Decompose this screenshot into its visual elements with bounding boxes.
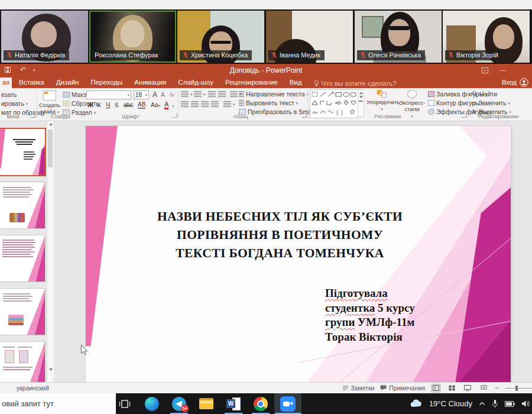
shapes-more-icon[interactable]: [359, 101, 363, 102]
character-spacing-label: АВ: [138, 101, 145, 108]
participant-tile[interactable]: Іванна Медик: [266, 11, 353, 63]
zoom-slider[interactable]: [505, 388, 532, 389]
subtitle-word: студентка: [325, 302, 375, 314]
clipboard-dialog-launcher[interactable]: [31, 113, 35, 118]
participant-tile[interactable]: Вікторія Зорій: [443, 11, 530, 63]
underline-button[interactable]: Ч: [106, 101, 110, 108]
font-dialog-launcher[interactable]: [173, 113, 177, 118]
grow-font-button[interactable]: А: [153, 90, 157, 99]
zoom-slider-handle[interactable]: [515, 386, 518, 391]
font-size-combo[interactable]: 18▾: [134, 90, 149, 99]
tab-review[interactable]: Рецензирование: [219, 77, 284, 88]
tray-speaker-icon[interactable]: [521, 400, 530, 407]
reset-button[interactable]: Сбросить: [63, 100, 99, 107]
thumbnail-scrollbar[interactable]: [47, 121, 54, 382]
telegram-app-button[interactable]: 54: [166, 393, 193, 414]
slide-thumbnail-5[interactable]: [0, 342, 45, 388]
comments-toggle[interactable]: Примечания: [380, 384, 425, 392]
tab-transitions[interactable]: Переходы: [85, 77, 128, 88]
italic-button[interactable]: К: [97, 101, 101, 108]
ribbon-display-options-icon[interactable]: [482, 67, 488, 75]
justify-button[interactable]: [211, 101, 219, 107]
slide-thumbnail-2[interactable]: [0, 182, 45, 228]
replace-button[interactable]: ⇄ Заменить▾: [472, 99, 510, 106]
task-view-button[interactable]: [111, 393, 138, 414]
increase-indent-button[interactable]: [218, 91, 226, 97]
change-case-button[interactable]: Аа▾: [151, 101, 160, 108]
participant-name-badge: Олеся Рачківська: [357, 50, 425, 60]
chrome-app-button[interactable]: [247, 393, 274, 414]
decrease-indent-button[interactable]: [208, 91, 216, 97]
tab-view[interactable]: Вид: [284, 77, 308, 88]
drawing-dialog-launcher[interactable]: [462, 113, 466, 118]
weather-cloud-icon[interactable]: [410, 399, 423, 408]
taskbar-search-box[interactable]: овий запит тут: [0, 393, 116, 414]
language-indicator[interactable]: украинский: [17, 384, 49, 392]
reading-view-button[interactable]: [463, 384, 473, 393]
zoom-app-button[interactable]: [274, 393, 301, 414]
tray-mic-icon[interactable]: [492, 399, 498, 408]
tab-animations[interactable]: Анимация: [128, 77, 172, 88]
slide-title[interactable]: НАЗВИ НЕБЕСНИХ ТІЛ ЯК СУБ’ЄКТИ ПОРІВНЯНН…: [103, 208, 456, 263]
shapes-scroll-up-icon[interactable]: [359, 92, 363, 94]
strikethrough-button[interactable]: abc: [124, 102, 133, 108]
file-explorer-button[interactable]: [193, 393, 220, 414]
thumbnail-scroll-down[interactable]: [47, 367, 54, 374]
slide-thumbnail-3[interactable]: [0, 235, 45, 282]
decrease-indent-icon: [208, 91, 216, 97]
character-spacing-button[interactable]: АВ: [138, 101, 145, 109]
participant-tile[interactable]: Олеся Рачківська: [355, 11, 442, 63]
participant-name-badge: Вікторія Зорій: [445, 50, 502, 60]
normal-view-button[interactable]: [431, 384, 441, 393]
slide-thumbnail-4[interactable]: [0, 289, 45, 335]
tray-battery-icon[interactable]: [505, 401, 515, 407]
font-color-dropdown[interactable]: ▾: [172, 104, 174, 108]
bullets-button[interactable]: ▾: [181, 91, 193, 97]
telegram-icon: 54: [172, 397, 186, 411]
tab-home[interactable]: ая: [0, 77, 12, 88]
weather-text[interactable]: 19°C Cloudy: [429, 399, 472, 408]
cut-button[interactable]: езать: [1, 91, 17, 98]
align-left-button[interactable]: [181, 101, 189, 107]
word-icon: W: [226, 397, 241, 410]
shapes-gallery-scrollbar[interactable]: [358, 89, 364, 117]
tab-design[interactable]: Дизайн: [50, 77, 85, 88]
tellme-box[interactable]: Что вы хотите сделать?: [308, 77, 403, 88]
slide-canvas[interactable]: НАЗВИ НЕБЕСНИХ ТІЛ ЯК СУБ’ЄКТИ ПОРІВНЯНН…: [86, 126, 511, 382]
sign-in-link[interactable]: Вход: [502, 79, 517, 86]
align-center-button[interactable]: [191, 101, 199, 107]
word-app-button[interactable]: W: [220, 393, 247, 414]
font-name-combo[interactable]: ▾: [86, 90, 131, 99]
zoom-out-button[interactable]: −: [495, 384, 499, 392]
slide-sorter-view-button[interactable]: [447, 384, 457, 393]
slideshow-view-button[interactable]: [479, 384, 489, 393]
text-direction-button[interactable]: Направление текста▾: [239, 90, 309, 98]
tab-slideshow[interactable]: Слайд-шоу: [172, 77, 219, 88]
bold-button[interactable]: Ж: [87, 101, 93, 108]
find-button[interactable]: Найти: [472, 90, 497, 98]
notes-toggle[interactable]: Заметки: [343, 384, 374, 392]
tab-insert[interactable]: Вставка: [13, 77, 50, 88]
copy-button[interactable]: ировать▾: [1, 100, 28, 107]
shapes-scroll-down-icon[interactable]: [359, 96, 363, 98]
participant-tile[interactable]: Христина Коцюбка: [177, 11, 264, 63]
align-right-button[interactable]: [201, 101, 209, 107]
paragraph-dialog-launcher[interactable]: [302, 113, 307, 118]
arrange-button[interactable]: Упорядочить▾: [366, 90, 397, 112]
numbering-button[interactable]: ▾: [194, 91, 206, 97]
participant-tile[interactable]: Наталія Федірків: [1, 11, 88, 63]
edge-app-button[interactable]: [138, 393, 166, 414]
clear-formatting-button[interactable]: A: [169, 91, 176, 99]
font-color-button[interactable]: А: [164, 101, 168, 109]
new-slide-button[interactable]: Создать слайд ▾: [38, 90, 61, 115]
text-shadow-button[interactable]: S: [115, 101, 118, 108]
participant-tile[interactable]: Роксолана Стефурак: [89, 11, 176, 63]
tray-chevron-icon[interactable]: [479, 402, 485, 406]
columns-button[interactable]: ▾: [223, 101, 235, 107]
thumbnail-scroll-handle[interactable]: [48, 130, 53, 167]
shrink-font-button[interactable]: А: [161, 92, 165, 98]
align-text-button[interactable]: Выровнять текст▾: [239, 99, 298, 106]
minimize-button[interactable]: —: [499, 66, 506, 73]
slide-thumbnail-1[interactable]: [0, 129, 45, 175]
slide-subtitle[interactable]: Підготувала студентка 5 курсу групи УМЛф…: [325, 286, 415, 344]
